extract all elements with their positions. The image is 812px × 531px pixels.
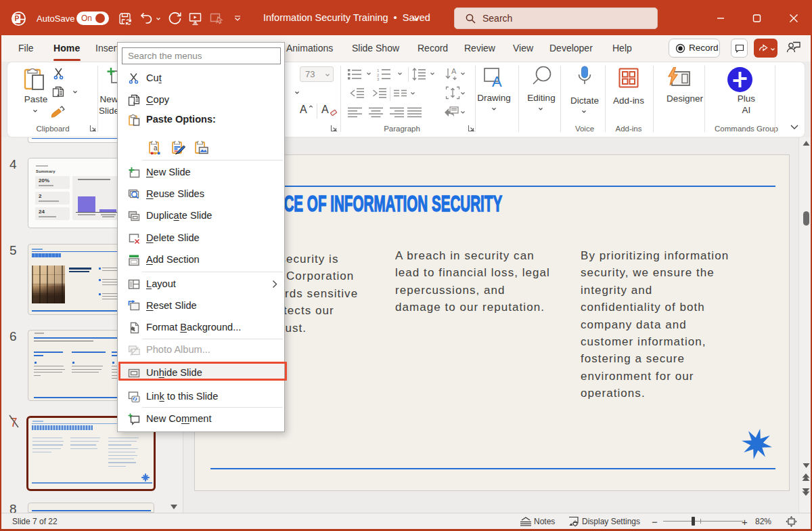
svg-text:1: 1 (377, 68, 380, 72)
svg-text:2: 2 (377, 73, 380, 77)
svg-text:A: A (492, 73, 502, 88)
svg-text:3: 3 (377, 77, 380, 81)
svg-text:P: P (14, 14, 19, 22)
svg-text:A: A (451, 68, 457, 75)
svg-text:a: a (154, 144, 158, 152)
